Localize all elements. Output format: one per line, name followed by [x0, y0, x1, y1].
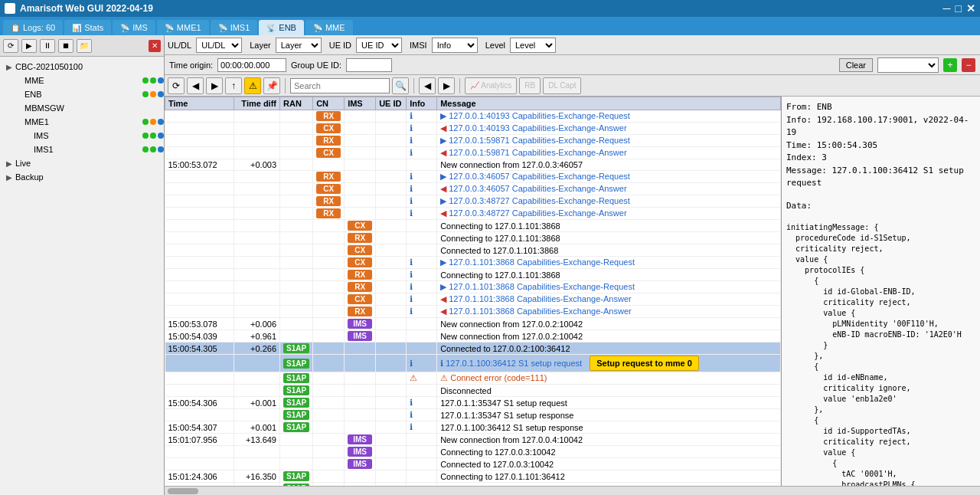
- tab-stats[interactable]: 📊 Stats: [64, 20, 111, 35]
- rb-btn[interactable]: RB: [519, 77, 541, 94]
- cell-timediff: +0.961: [234, 330, 280, 343]
- warn-btn[interactable]: ⚠: [244, 77, 261, 94]
- up-btn[interactable]: ↑: [225, 77, 242, 94]
- layer-select[interactable]: Layer: [276, 38, 322, 53]
- cell-ran: [280, 232, 313, 244]
- cell-ims: IMS: [345, 330, 376, 343]
- tree-item-mme[interactable]: MME: [0, 74, 164, 87]
- table-row[interactable]: 15:01:07.956+13.649IMSNew connection fro…: [165, 434, 781, 446]
- table-row[interactable]: RXℹConnecting to 127.0.1.101:3868: [165, 269, 781, 281]
- back-btn[interactable]: ◀: [187, 77, 204, 94]
- table-row[interactable]: 15:00:54.305+0.266S1APConnected to 127.0…: [165, 343, 781, 355]
- table-row[interactable]: S1APℹℹ 127.0.1.100:36412 S1 setup reques…: [165, 355, 781, 372]
- sidebar-refresh-btn[interactable]: ⟳: [3, 39, 18, 53]
- tab-mme1[interactable]: 📡 MME1: [157, 20, 209, 35]
- cell-timediff: [234, 306, 280, 318]
- cell-timediff: [234, 385, 280, 397]
- titlebar: Amarisoft Web GUI 2022-04-19 ─ □ ✕: [0, 0, 980, 17]
- time-origin-input[interactable]: [217, 58, 286, 72]
- sidebar-stop-btn[interactable]: ⏹: [58, 39, 74, 53]
- close-btn[interactable]: ✕: [966, 2, 975, 15]
- uldl-select[interactable]: UL/DL: [196, 38, 242, 53]
- remove-filter-btn[interactable]: −: [962, 58, 975, 72]
- minimize-btn[interactable]: ─: [943, 2, 951, 15]
- dl-capt-btn[interactable]: DL Capt: [543, 77, 581, 94]
- search-icon-btn[interactable]: 🔍: [392, 77, 409, 94]
- group-ue-input[interactable]: [346, 58, 392, 72]
- tree-item-cbc[interactable]: ▶ CBC-2021050100: [0, 60, 164, 74]
- table-row[interactable]: RXConnecting to 127.0.1.101:3868: [165, 232, 781, 244]
- cell-info: [407, 232, 437, 244]
- ueid-select[interactable]: UE ID: [356, 38, 402, 53]
- cell-info: ⚠: [407, 372, 437, 385]
- enb-icon: 📡: [266, 24, 276, 32]
- maximize-btn[interactable]: □: [956, 2, 962, 15]
- hscrollbar[interactable]: [165, 486, 980, 495]
- separator3: [459, 78, 460, 93]
- cell-ran: [280, 293, 313, 306]
- table-row[interactable]: CXConnecting to 127.0.1.101:3868: [165, 220, 781, 232]
- level-select[interactable]: Level: [510, 38, 556, 53]
- table-row[interactable]: CXℹ▶ 127.0.1.101:3868 Capabilities-Excha…: [165, 257, 781, 269]
- tree-item-mbmsgw[interactable]: MBMSGW: [0, 101, 164, 115]
- tab-ims1[interactable]: 📡 IMS1: [211, 20, 258, 35]
- table-row[interactable]: CXℹ◀ 127.0.0.1:40193 Capabilities-Exchan…: [165, 123, 781, 135]
- table-row[interactable]: 15:00:54.307+0.001S1APℹ127.0.1.100:36412…: [165, 421, 781, 434]
- cell-timediff: [234, 281, 280, 293]
- table-row[interactable]: RXℹ▶ 127.0.1.101:3868 Capabilities-Excha…: [165, 281, 781, 293]
- table-row[interactable]: S1AP⚠⚠ Connect error (code=111): [165, 372, 781, 385]
- table-row[interactable]: 15:00:54.306+0.001S1APℹ127.0.1.1:35347 S…: [165, 397, 781, 409]
- filter-select[interactable]: [877, 57, 939, 73]
- tab-logs[interactable]: 📋 Logs: 60: [3, 20, 63, 35]
- table-row[interactable]: RXℹ▶ 127.0.0.3:46057 Capabilities-Exchan…: [165, 171, 781, 183]
- table-row[interactable]: S1APℹ127.0.1.1:35347 S1 setup response: [165, 409, 781, 421]
- sidebar-close-btn[interactable]: ✕: [149, 40, 161, 52]
- tree-icons-mme: [142, 77, 164, 84]
- table-row[interactable]: 15:00:53.072+0.003New connection from 12…: [165, 159, 781, 171]
- table-row[interactable]: S1APDisconnected: [165, 385, 781, 397]
- tree-item-ims[interactable]: IMS: [0, 129, 164, 143]
- tree-item-backup[interactable]: ▶ Backup: [0, 170, 164, 184]
- pin-btn[interactable]: 📌: [263, 77, 280, 94]
- table-row[interactable]: RXℹ◀ 127.0.1.101:3868 Capabilities-Excha…: [165, 306, 781, 318]
- info-icon: ℹ: [410, 172, 413, 181]
- add-filter-btn[interactable]: +: [943, 58, 957, 72]
- search-input[interactable]: [290, 78, 390, 93]
- analytics-btn[interactable]: 📈 Analytics: [465, 77, 517, 94]
- clear-button[interactable]: Clear: [839, 58, 873, 72]
- table-row[interactable]: CXℹ◀ 127.0.0.3:46057 Capabilities-Exchan…: [165, 183, 781, 195]
- refresh-btn[interactable]: ⟳: [168, 77, 185, 94]
- tree-item-mme1[interactable]: MME1: [0, 115, 164, 129]
- separator2: [413, 78, 414, 93]
- tree-item-enb[interactable]: ENB: [0, 87, 164, 101]
- tab-enb[interactable]: 📡 ENB: [259, 20, 304, 35]
- tree-item-live[interactable]: ▶ Live: [0, 156, 164, 170]
- table-row[interactable]: CXℹ◀ 127.0.1.101:3868 Capabilities-Excha…: [165, 293, 781, 306]
- hscroll-thumb[interactable]: [168, 488, 198, 494]
- table-row[interactable]: RXℹ▶ 127.0.0.3:48727 Capabilities-Exchan…: [165, 195, 781, 208]
- table-row[interactable]: IMSConnected to 127.0.0.3:10042: [165, 458, 781, 470]
- info-icon: ℹ: [410, 307, 413, 316]
- sidebar-play-btn[interactable]: ▶: [21, 39, 37, 53]
- sidebar-pause-btn[interactable]: ⏸: [40, 39, 55, 53]
- sidebar-folder-btn[interactable]: 📁: [77, 39, 92, 53]
- prev-result-btn[interactable]: ◀: [419, 77, 436, 94]
- table-row[interactable]: RXℹ◀ 127.0.0.3:48727 Capabilities-Exchan…: [165, 208, 781, 220]
- table-row[interactable]: IMSConnecting to 127.0.0.3:10042: [165, 446, 781, 458]
- table-row[interactable]: RXℹ▶ 127.0.0.1:59871 Capabilities-Exchan…: [165, 135, 781, 147]
- tab-mme[interactable]: 📡 MME: [305, 20, 353, 35]
- forward-btn[interactable]: ▶: [206, 77, 223, 94]
- table-row[interactable]: 15:00:54.039+0.961IMSNew connection from…: [165, 330, 781, 343]
- table-row[interactable]: 15:01:24.306+16.350S1APConnecting to 127…: [165, 470, 781, 483]
- tree-item-ims1[interactable]: IMS1: [0, 143, 164, 156]
- controls-bar: UL/DL UL/DL Layer Layer UE ID UE ID IMSI…: [165, 35, 980, 55]
- next-result-btn[interactable]: ▶: [438, 77, 455, 94]
- cell-timediff: [234, 147, 280, 159]
- table-row[interactable]: CXℹ◀ 127.0.0.1:59871 Capabilities-Exchan…: [165, 147, 781, 159]
- cell-timediff: [234, 355, 280, 372]
- imsi-select[interactable]: Info: [432, 38, 478, 53]
- table-row[interactable]: CXConnected to 127.0.1.101:3868: [165, 244, 781, 257]
- table-row[interactable]: RXℹ▶ 127.0.0.1:40193 Capabilities-Exchan…: [165, 110, 781, 123]
- tab-ims[interactable]: 📡 IMS: [113, 20, 155, 35]
- table-row[interactable]: 15:00:53.078+0.006IMSNew connection from…: [165, 318, 781, 330]
